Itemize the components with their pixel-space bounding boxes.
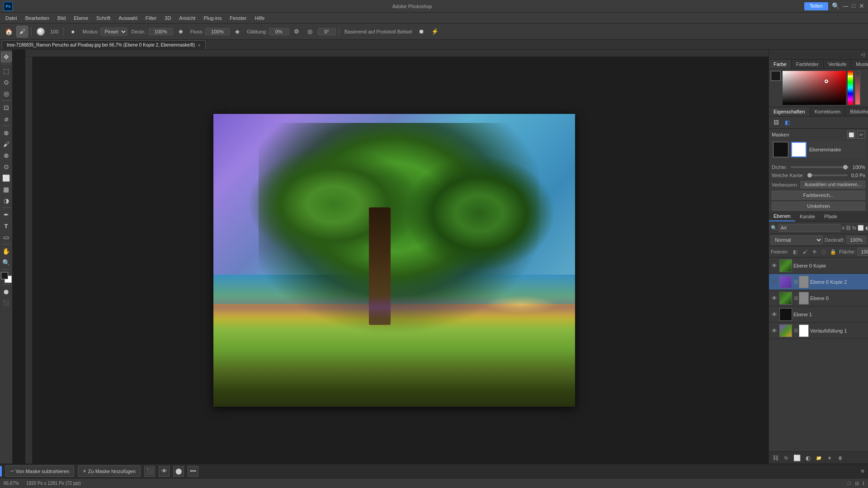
- layer-add-btn[interactable]: +: [825, 453, 834, 462]
- layer-adjustment-bottom-btn[interactable]: ◐: [803, 453, 812, 462]
- layer-vis-ebene0kopie[interactable]: 👁: [771, 262, 778, 269]
- tool-type[interactable]: T: [1, 221, 12, 231]
- props-adjustment-icon[interactable]: ◧: [783, 118, 792, 127]
- tab-bibliotheken[interactable]: Bibliotheken: [845, 107, 868, 116]
- layer-vis-verlaufsfuellung1[interactable]: 👁: [771, 327, 778, 334]
- layer-item-ebene0kopie[interactable]: 👁 Ebene 0 Kopie: [769, 258, 868, 274]
- tool-lasso[interactable]: ⊙: [1, 77, 12, 88]
- layer-style-btn[interactable]: fx: [852, 223, 856, 232]
- angle-icon[interactable]: ◎: [304, 26, 316, 38]
- layer-item-ebene1[interactable]: 👁 Ebene 1: [769, 306, 868, 323]
- tool-hand[interactable]: ✋: [1, 246, 12, 257]
- deckr-input[interactable]: [149, 28, 173, 35]
- layer-item-ebene0kopie2[interactable]: 👁 ⛓ Ebene 0 Kopie 2: [769, 274, 868, 290]
- mask-color-icon[interactable]: ⬤: [173, 466, 184, 477]
- layer-vis-ebene0[interactable]: 👁: [771, 295, 778, 302]
- symmetry-btn[interactable]: ⏺: [415, 26, 427, 38]
- modus-select[interactable]: Pinsel: [100, 28, 127, 36]
- color-fg-swatch[interactable]: [1, 272, 8, 279]
- tab-verlaufe[interactable]: Verläufe: [824, 60, 851, 69]
- menu-item-ebene[interactable]: Ebene: [70, 14, 92, 22]
- menu-item-hilfe[interactable]: Hilfe: [251, 14, 268, 22]
- tab-ebenen[interactable]: Ebenen: [769, 211, 795, 221]
- layer-vis-ebene1[interactable]: 👁: [771, 311, 778, 318]
- panel-collapse-btn[interactable]: ◁: [859, 51, 866, 58]
- main-tab[interactable]: tree-7186835_Ramon Perucho auf Pixabay.j…: [2, 40, 206, 49]
- color-fg-small[interactable]: [771, 71, 781, 81]
- color-gradient-picker[interactable]: [783, 71, 846, 105]
- tool-gradient[interactable]: ▦: [1, 184, 12, 195]
- tool-heal[interactable]: ⊕: [1, 127, 12, 138]
- tab-farbfelder[interactable]: Farbfelder: [792, 60, 824, 69]
- layer-vis-ebene0kopie2[interactable]: 👁: [771, 278, 778, 286]
- tool-frame-btn[interactable]: ⬛: [1, 297, 12, 308]
- lock-artboard-btn[interactable]: ⬡: [820, 248, 828, 256]
- tool-move[interactable]: ✥: [1, 52, 12, 62]
- tool-eyedrop[interactable]: ⌀: [1, 113, 12, 124]
- tool-quick-select[interactable]: ◎: [1, 88, 12, 99]
- mask-thumbnail-white[interactable]: [791, 142, 807, 157]
- brush-options-btn[interactable]: [35, 26, 47, 38]
- tool-brush[interactable]: 🖌: [1, 139, 12, 150]
- menu-item-fenster[interactable]: Fenster: [226, 14, 250, 22]
- subtract-from-mask-btn[interactable]: − Von Maske subtrahieren: [5, 465, 74, 477]
- mask-right-icon[interactable]: ≡: [857, 466, 868, 477]
- farbbereich-btn[interactable]: Farbbereich...: [772, 191, 865, 200]
- add-to-mask-btn[interactable]: + Zu Maske hinzufügen: [78, 465, 141, 477]
- weiche-kante-thumb[interactable]: [807, 173, 812, 178]
- airbrush-btn[interactable]: ◈: [231, 26, 243, 38]
- menu-item-3d[interactable]: 3D: [161, 14, 175, 22]
- add-pixel-mask-btn[interactable]: ⬜: [847, 131, 855, 139]
- tool-dodge[interactable]: ◑: [1, 195, 12, 206]
- tool-erase[interactable]: ⬜: [1, 173, 12, 183]
- menu-item-datei[interactable]: Datei: [2, 14, 21, 22]
- tool-history-brush[interactable]: ⊙: [1, 161, 12, 172]
- layer-delete-btn[interactable]: 🗑: [836, 453, 845, 462]
- tab-pfade[interactable]: Pfade: [820, 212, 842, 221]
- tab-farbe[interactable]: Farbe: [769, 60, 792, 69]
- search-icon[interactable]: 🔍: [832, 2, 840, 10]
- opacity-slider[interactable]: [855, 71, 860, 105]
- layer-link-btn[interactable]: ⛓: [846, 223, 851, 232]
- brush-tool-active[interactable]: 🖌: [16, 26, 28, 38]
- lock-all-btn[interactable]: 🔒: [829, 248, 837, 256]
- tab-eigenschaften[interactable]: Eigenschaften: [769, 107, 810, 116]
- tool-mode-btn[interactable]: ⬤: [1, 286, 12, 297]
- auswahlen-maskieren-btn[interactable]: Auswählen und maskieren...: [800, 181, 865, 188]
- hue-slider[interactable]: [848, 71, 853, 105]
- lock-position-btn[interactable]: ✥: [810, 248, 818, 256]
- tool-select-rect[interactable]: ⬚: [1, 66, 12, 76]
- tool-zoom[interactable]: 🔍: [1, 257, 12, 268]
- lock-transparency-btn[interactable]: ◧: [791, 248, 799, 256]
- menu-item-bearbeiten[interactable]: Bearbeiten: [22, 14, 53, 22]
- mask-visibility-icon[interactable]: 👁: [159, 466, 170, 477]
- menu-item-plugins[interactable]: Plug-ins: [200, 14, 225, 22]
- glattung-input[interactable]: [269, 28, 289, 35]
- dichte-slider[interactable]: [791, 166, 849, 168]
- layer-link-bottom-btn[interactable]: ⛓: [771, 453, 780, 462]
- menu-item-auswahl[interactable]: Auswahl: [115, 14, 141, 22]
- props-image-icon[interactable]: 🖼: [772, 118, 781, 127]
- layer-item-ebene0[interactable]: 👁 ⛓ Ebene 0: [769, 290, 868, 306]
- close-btn[interactable]: ✕: [859, 2, 864, 10]
- menu-item-ansicht[interactable]: Ansicht: [175, 14, 199, 22]
- layer-adjustment-btn[interactable]: ◐: [865, 223, 868, 232]
- mask-thumbnail-black[interactable]: [773, 142, 788, 157]
- blend-mode-select[interactable]: Normal: [771, 235, 823, 244]
- tab-kanale[interactable]: Kanäle: [795, 212, 820, 221]
- layer-item-verlaufsfuellung1[interactable]: 👁 ⛓ Verlaufsfüllung 1: [769, 323, 868, 339]
- tab-korrekturen[interactable]: Korrekturen: [810, 107, 845, 116]
- pressure-opacity-btn[interactable]: ◉: [175, 26, 187, 38]
- invert-mask-icon[interactable]: ⬛: [144, 466, 155, 477]
- tool-shape[interactable]: ▭: [1, 232, 12, 243]
- menu-item-bild[interactable]: Bild: [54, 14, 69, 22]
- menu-item-filter[interactable]: Filter: [142, 14, 160, 22]
- share-button[interactable]: Teilen: [804, 2, 828, 10]
- minimize-btn[interactable]: ─: [843, 2, 848, 10]
- angle-input[interactable]: [318, 28, 336, 35]
- fill-input[interactable]: [857, 248, 868, 256]
- layer-search-input[interactable]: [778, 224, 840, 232]
- layer-filter-kind-btn[interactable]: ≡: [842, 223, 844, 232]
- smoothing-settings-btn[interactable]: ⚙: [291, 26, 302, 38]
- dichte-thumb[interactable]: [843, 165, 848, 169]
